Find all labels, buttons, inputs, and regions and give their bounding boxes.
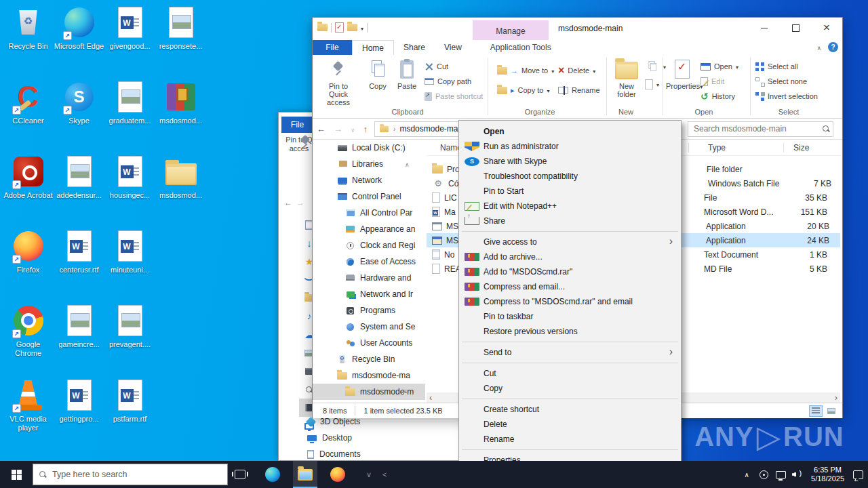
search-input[interactable] xyxy=(694,124,822,134)
thumbnails-view-button[interactable] xyxy=(825,405,838,417)
start-button[interactable] xyxy=(0,461,33,488)
network-icon[interactable] xyxy=(774,471,787,479)
paste-button[interactable]: Paste xyxy=(389,58,425,90)
desktop-icon-google-chrome[interactable]: ↗ Google Chrome xyxy=(3,300,54,374)
desktop-icon-skype[interactable]: ↗ Skype xyxy=(54,76,104,150)
desktop-icon-responsete[interactable]: ↗ responsete... xyxy=(155,1,206,76)
menu-item-open[interactable]: Open xyxy=(459,124,681,139)
select-all-button[interactable]: Select all xyxy=(755,60,798,73)
folder-icon[interactable] xyxy=(347,24,357,31)
menu-item[interactable] xyxy=(459,360,681,366)
properties-icon[interactable] xyxy=(335,22,344,33)
task-view-button[interactable] xyxy=(228,461,252,488)
tree-item-all-control-panel[interactable]: All Control Par xyxy=(313,205,425,221)
desktop-icon-addedensur[interactable]: ↗ addedensur... xyxy=(54,150,104,225)
copy-path-button[interactable]: Copy path xyxy=(425,75,471,87)
qat-dropdown-icon[interactable] xyxy=(361,23,363,33)
taskbar-firefox-button[interactable] xyxy=(326,461,350,488)
maximize-button[interactable] xyxy=(780,18,811,38)
menu-item-pin-to-start[interactable]: Pin to Start xyxy=(459,184,681,199)
desktop-icon-vlc[interactable]: ↗ VLC media player xyxy=(3,374,54,449)
menu-item-restore-previous-versions[interactable]: Restore previous versions xyxy=(459,324,681,339)
up-button[interactable] xyxy=(359,124,372,134)
desktop-icon-centerusr[interactable]: ↗ centerusr.rtf xyxy=(54,225,104,300)
action-center-button[interactable] xyxy=(852,470,864,479)
easy-access-button[interactable] xyxy=(645,78,659,90)
desktop-icon-prevagent[interactable]: ↗ prevagent.... xyxy=(104,300,155,374)
desktop-icon-graduatem[interactable]: ↗ graduatem... xyxy=(104,76,155,150)
copy-to-button[interactable]: ▸ Copy to xyxy=(497,84,549,96)
menu-item-run-as-administrator[interactable]: Run as administrator xyxy=(459,139,681,154)
scroll-down-icon[interactable] xyxy=(403,388,408,394)
hidden-icons-button[interactable] xyxy=(741,471,753,479)
tree-item-ease-of-access[interactable]: Ease of Access xyxy=(313,253,425,270)
menu-item-rename[interactable]: Rename xyxy=(459,432,681,447)
menu-item-create-shortcut[interactable]: Create shortcut xyxy=(459,402,681,417)
tab-share[interactable]: Share xyxy=(394,40,435,55)
desktop-icon-pstfarm[interactable]: ↗ pstfarm.rtf xyxy=(104,374,155,449)
column-header-type[interactable]: Type xyxy=(689,143,784,152)
tree-item-appearance[interactable]: Appearance an xyxy=(313,221,425,237)
tree-item-hardware[interactable]: Hardware and xyxy=(313,270,425,286)
desktop-icon-gameincre[interactable]: ↗ gameincre... xyxy=(54,300,104,374)
desktop-icon-msdosmod-rar[interactable]: ↗ msdosmod... xyxy=(155,76,206,150)
menu-item[interactable] xyxy=(459,396,681,402)
taskbar-clock[interactable]: 6:35 PM 5/18/2025 xyxy=(808,466,847,483)
tray-agent-icon[interactable] xyxy=(757,470,770,479)
select-none-button[interactable]: Select none xyxy=(755,75,807,87)
move-to-button[interactable]: → Move to xyxy=(497,64,554,77)
desktop-icon-housingec[interactable]: ↗ housingec... xyxy=(104,150,155,225)
tree-item-clock-region[interactable]: Clock and Regi xyxy=(313,237,425,253)
menu-item-share-with-skype[interactable]: Share with Skype xyxy=(459,154,681,169)
forward-button[interactable] xyxy=(330,124,347,134)
menu-item-send-to[interactable]: Send to xyxy=(459,345,681,360)
desktop-icon-givengood[interactable]: ↗ givengood... xyxy=(104,1,155,76)
properties-button[interactable]: Properties xyxy=(666,58,698,92)
menu-item-compress-to-rar-and-email[interactable]: Compress to "MSDOScmd.rar" and email xyxy=(459,294,681,309)
tree-item-msdosmode-m[interactable]: msdosmode-m xyxy=(313,384,425,400)
scroll-left-icon[interactable] xyxy=(429,393,432,403)
close-button[interactable] xyxy=(811,18,842,38)
desktop-icon-msdosmod-folder[interactable]: ↗ msdosmod... xyxy=(155,150,206,225)
paste-shortcut-button[interactable]: Paste shortcut xyxy=(425,90,483,102)
history-button[interactable]: History xyxy=(701,90,735,102)
collapse-ribbon-icon[interactable] xyxy=(816,43,821,52)
tab-manage[interactable]: Manage xyxy=(473,20,549,40)
menu-item-pin-to-taskbar[interactable]: Pin to taskbar xyxy=(459,309,681,324)
menu-item-edit-with-notepadpp[interactable]: Edit with Notepad++ xyxy=(459,199,681,214)
menu-item[interactable] xyxy=(459,447,681,453)
desktop-icon-minuteuni[interactable]: ↗ minuteuni... xyxy=(104,225,155,300)
menu-item-share[interactable]: Share xyxy=(459,214,681,228)
menu-item-give-access-to[interactable]: Give access to xyxy=(459,235,681,249)
desktop-icon-firefox[interactable]: ↗ Firefox xyxy=(3,225,54,300)
scroll-up-icon[interactable] xyxy=(405,161,410,168)
details-view-button[interactable] xyxy=(809,405,823,417)
help-icon[interactable]: ? xyxy=(828,42,838,52)
menu-item-cut[interactable]: Cut xyxy=(459,366,681,381)
tree-item-network-internet[interactable]: Network and Ir xyxy=(313,286,425,302)
open-button[interactable]: Open xyxy=(701,60,738,73)
tree-item-system-security[interactable]: System and Se xyxy=(313,319,425,335)
tab-file[interactable]: File xyxy=(281,117,313,133)
desktop-icon-recycle-bin[interactable]: ↗ Recycle Bin xyxy=(3,1,54,76)
rename-button[interactable]: Rename xyxy=(558,84,600,96)
nav-arrows[interactable]: ←→ xyxy=(284,198,309,207)
tab-application-tools[interactable]: Application Tools xyxy=(481,40,561,55)
delete-button[interactable]: Delete xyxy=(558,64,595,77)
taskbar-search[interactable] xyxy=(33,464,228,485)
tree-item-recycle-bin[interactable]: Recycle Bin xyxy=(313,351,425,367)
back-button[interactable] xyxy=(313,124,330,134)
column-header-size[interactable]: Size xyxy=(784,143,838,152)
tab-view[interactable]: View xyxy=(435,40,471,55)
desktop-icon-ccleaner[interactable]: ↗ CCleaner xyxy=(3,76,54,150)
tree-item-msdosmode-ma[interactable]: msdosmode-ma xyxy=(313,367,425,384)
tree-item-local-disk-c[interactable]: Local Disk (C:) xyxy=(313,140,425,156)
desktop-icon-adobe-acrobat[interactable]: ↗ Adobe Acrobat xyxy=(3,150,54,225)
menu-item-add-to-rar[interactable]: Add to "MSDOScmd.rar" xyxy=(459,264,681,279)
pin-to-quick-access-button[interactable]: Pin to Quick access xyxy=(321,58,356,106)
breadcrumb[interactable]: msdosmode-main xyxy=(399,124,464,134)
search-box[interactable] xyxy=(688,121,833,137)
menu-item-compress-and-email[interactable]: Compress and email... xyxy=(459,279,681,294)
tab-file[interactable]: File xyxy=(313,40,352,55)
menu-item[interactable] xyxy=(459,339,681,345)
